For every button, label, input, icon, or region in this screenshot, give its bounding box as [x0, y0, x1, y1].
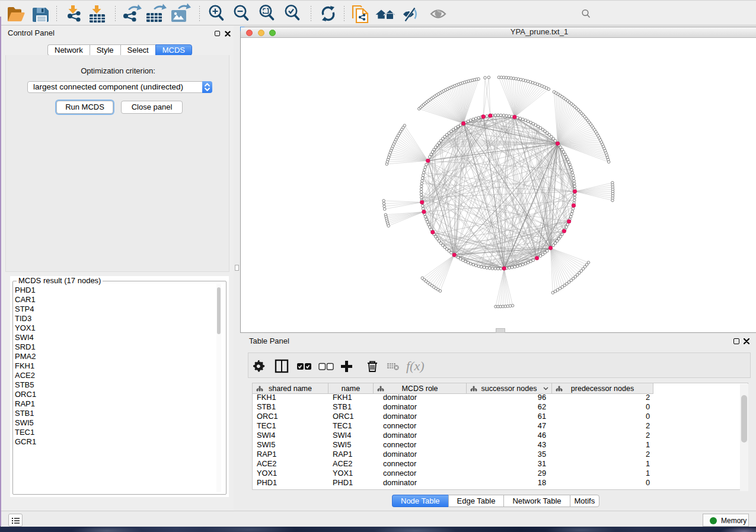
svg-text:f(x): f(x)	[406, 358, 425, 373]
